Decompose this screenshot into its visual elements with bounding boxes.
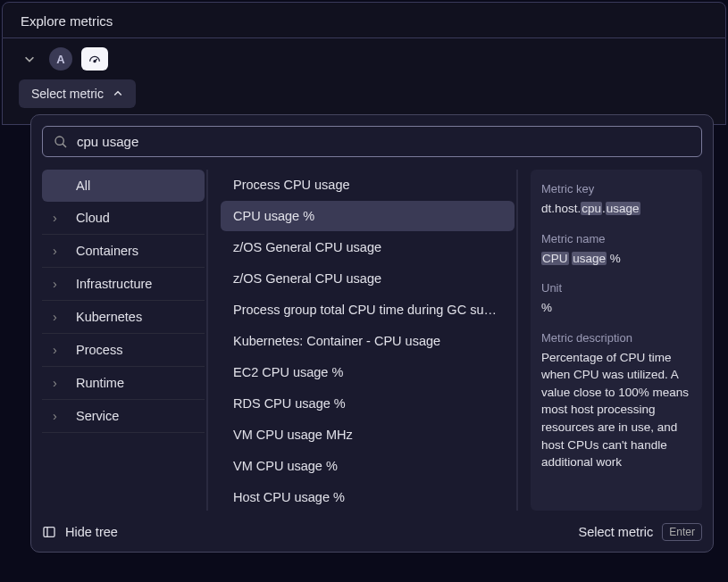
detail-label-desc: Metric description xyxy=(541,331,691,345)
chevron-right-icon: › xyxy=(53,376,63,390)
query-badge: A xyxy=(49,47,72,71)
search-input[interactable] xyxy=(77,134,690,149)
chevron-right-icon: › xyxy=(53,343,63,357)
result-item[interactable]: CPU usage % xyxy=(221,201,515,231)
select-metric-button[interactable]: Select metric xyxy=(19,79,136,108)
collapse-panel-icon xyxy=(42,525,56,539)
tree-item-cloud[interactable]: › Cloud xyxy=(42,202,205,235)
detail-value-name: CPU usage % xyxy=(541,250,691,268)
search-icon xyxy=(54,135,68,149)
dropdown-footer: Hide tree Select metric Enter xyxy=(42,511,702,541)
result-item[interactable]: Process group total CPU time during GC s… xyxy=(221,295,515,325)
gauge-icon[interactable] xyxy=(81,47,108,71)
tree-item-label: Kubernetes xyxy=(76,310,142,324)
result-item[interactable]: z/OS General CPU usage xyxy=(221,232,515,262)
detail-value-desc: Percentage of CPU time when CPU was util… xyxy=(541,349,691,471)
chevron-right-icon: › xyxy=(53,409,63,423)
chevron-right-icon: › xyxy=(53,211,63,225)
tree-item-containers[interactable]: › Containers xyxy=(42,235,205,268)
tree-item-label: Service xyxy=(76,409,119,423)
detail-label-unit: Unit xyxy=(541,281,691,295)
hide-tree-button[interactable]: Hide tree xyxy=(42,525,118,539)
tree-item-all[interactable]: All xyxy=(42,170,205,202)
search-wrapper[interactable] xyxy=(42,126,702,157)
chevron-right-icon: › xyxy=(53,310,63,324)
result-item[interactable]: Host CPU usage % xyxy=(221,482,515,511)
tree-item-kubernetes[interactable]: › Kubernetes xyxy=(42,301,205,334)
category-tree: All › Cloud › Containers › Infrastructur… xyxy=(42,170,208,511)
query-bar: A xyxy=(2,38,726,79)
result-item[interactable]: Process CPU usage xyxy=(221,170,515,200)
tree-item-runtime[interactable]: › Runtime xyxy=(42,367,205,400)
chevron-right-icon: › xyxy=(53,277,63,291)
tree-item-label: Runtime xyxy=(76,376,124,390)
detail-label-name: Metric name xyxy=(541,232,691,245)
result-item[interactable]: VM CPU usage MHz xyxy=(221,420,515,450)
select-metric-label: Select metric xyxy=(31,87,104,101)
tree-item-process[interactable]: › Process xyxy=(42,334,205,367)
tree-item-label: All xyxy=(76,179,90,193)
detail-value-key: dt.host.cpu.usage xyxy=(541,200,691,218)
detail-value-unit: % xyxy=(541,299,691,317)
chevron-up-icon xyxy=(113,88,123,99)
tree-item-label: Infrastructure xyxy=(76,277,152,291)
result-item[interactable]: VM CPU usage % xyxy=(221,451,515,481)
select-metric-confirm[interactable]: Select metric Enter xyxy=(579,523,703,541)
collapse-toggle[interactable] xyxy=(19,48,40,70)
detail-label-key: Metric key xyxy=(541,182,691,195)
svg-line-1 xyxy=(95,59,97,62)
tree-item-label: Cloud xyxy=(76,211,110,225)
metric-details: Metric key dt.host.cpu.usage Metric name… xyxy=(531,170,702,511)
tree-item-label: Containers xyxy=(76,244,138,258)
result-item[interactable]: z/OS General CPU usage xyxy=(221,263,515,294)
svg-line-3 xyxy=(63,144,66,147)
page-title: Explore metrics xyxy=(2,2,726,38)
svg-rect-4 xyxy=(44,528,54,537)
metric-dropdown: All › Cloud › Containers › Infrastructur… xyxy=(30,114,714,553)
chevron-right-icon: › xyxy=(53,244,63,258)
hide-tree-label: Hide tree xyxy=(65,525,118,539)
results-list: Process CPU usage CPU usage % z/OS Gener… xyxy=(221,170,518,511)
tree-item-label: Process xyxy=(76,343,122,357)
result-item[interactable]: Kubernetes: Container - CPU usage xyxy=(221,326,515,356)
dropdown-body: All › Cloud › Containers › Infrastructur… xyxy=(42,170,702,511)
enter-key-hint: Enter xyxy=(662,523,702,541)
tree-item-infrastructure[interactable]: › Infrastructure xyxy=(42,268,205,301)
result-item[interactable]: RDS CPU usage % xyxy=(221,388,515,419)
result-item[interactable]: EC2 CPU usage % xyxy=(221,357,515,387)
tree-item-service[interactable]: › Service xyxy=(42,400,205,433)
svg-point-2 xyxy=(55,137,63,145)
select-confirm-label: Select metric xyxy=(579,525,654,539)
